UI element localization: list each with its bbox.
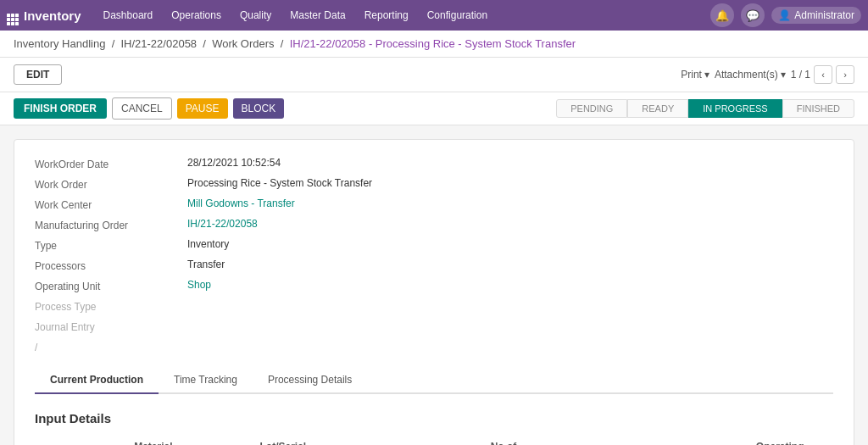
notification-icon[interactable]: 🔔 <box>710 3 734 27</box>
status-finished[interactable]: FINISHED <box>782 99 854 118</box>
edit-button[interactable]: EDIT <box>14 64 62 85</box>
value-work-order: Processing Rice - System Stock Transfer <box>187 177 372 191</box>
label-process-type: Process Type <box>35 299 187 313</box>
print-button[interactable]: Print ▾ <box>681 69 709 81</box>
form-row-work-center: Work Center Mill Godowns - Transfer <box>35 197 833 211</box>
tab-current-production[interactable]: Current Production <box>35 367 159 394</box>
label-journal-entry: Journal Entry <box>35 320 187 333</box>
form-card: WorkOrder Date 28/12/2021 10:52:54 Work … <box>14 139 854 445</box>
col-source: Source <box>205 436 253 445</box>
attachment-dropdown-icon: ▾ <box>781 69 786 81</box>
label-manufacturing-order: Manufacturing Order <box>35 218 187 231</box>
input-details-section: Input Details # Product Material Type So… <box>35 411 833 445</box>
breadcrumb-work-orders[interactable]: Work Orders <box>212 37 274 50</box>
admin-label: Administrator <box>794 9 854 21</box>
nav-item-reporting[interactable]: Reporting <box>356 6 417 25</box>
status-steps: PENDING READY IN PROGRESS FINISHED <box>556 99 854 118</box>
prev-page-button[interactable]: ‹ <box>814 65 832 84</box>
value-manufacturing-order[interactable]: IH/21-22/02058 <box>187 218 258 231</box>
col-nos: Nos <box>450 436 483 445</box>
status-pending[interactable]: PENDING <box>556 99 627 118</box>
form-row-type: Type Inventory <box>35 238 833 252</box>
nav-menu: Dashboard Operations Quality Master Data… <box>95 6 711 25</box>
form-row-work-order: Work Order Processing Rice - System Stoc… <box>35 177 833 191</box>
value-processors: Transfer <box>187 259 225 272</box>
action-bar: EDIT Print ▾ Attachment(s) ▾ 1 / 1 ‹ › <box>0 58 868 92</box>
form-row-slash: / <box>35 340 833 353</box>
col-lot-serial: Lot/Serial Number <box>253 436 354 445</box>
form-row-manufacturing-order: Manufacturing Order IH/21-22/02058 <box>35 218 833 231</box>
print-label: Print <box>681 69 702 81</box>
chat-icon[interactable]: 💬 <box>741 3 765 27</box>
admin-menu[interactable]: 👤 Administrator <box>771 7 861 24</box>
user-avatar-icon: 👤 <box>778 9 791 21</box>
form-row-operating-unit: Operating Unit Shop <box>35 279 833 292</box>
form-row-workorder-date: WorkOrder Date 28/12/2021 10:52:54 <box>35 157 833 170</box>
top-navigation: Inventory Dashboard Operations Quality M… <box>0 0 868 31</box>
breadcrumb: Inventory Handling / IH/21-22/02058 / Wo… <box>0 31 868 58</box>
next-page-button[interactable]: › <box>836 65 854 84</box>
value-operating-unit[interactable]: Shop <box>187 279 211 292</box>
label-type: Type <box>35 238 187 252</box>
breadcrumb-inventory-handling[interactable]: Inventory Handling <box>14 37 105 50</box>
form-row-journal-entry: Journal Entry <box>35 320 833 333</box>
col-num: # <box>35 436 54 445</box>
col-uom: UOM <box>605 436 651 445</box>
input-details-title: Input Details <box>35 411 833 426</box>
value-work-center[interactable]: Mill Godowns - Transfer <box>187 197 295 211</box>
input-details-table: # Product Material Type Source Lot/Seria… <box>35 436 833 445</box>
pause-button[interactable]: PAUSE <box>177 98 228 119</box>
nav-item-operations[interactable]: Operations <box>163 6 230 25</box>
nav-right: 🔔 💬 👤 Administrator <box>710 3 861 27</box>
form-row-process-type: Process Type <box>35 299 833 313</box>
breadcrumb-current: IH/21-22/02058 - Processing Rice - Syste… <box>290 37 576 50</box>
tab-processing-details[interactable]: Processing Details <box>253 367 367 394</box>
grid-icon <box>7 5 19 25</box>
nav-item-quality[interactable]: Quality <box>231 6 280 25</box>
label-work-center: Work Center <box>35 197 187 211</box>
col-no-bags: No.of Bags <box>484 436 551 445</box>
page-info: 1 / 1 <box>791 69 810 81</box>
breadcrumb-ih-number[interactable]: IH/21-22/02058 <box>120 37 197 50</box>
attachment-button[interactable]: Attachment(s) ▾ <box>715 69 786 81</box>
col-rate: Rate <box>651 436 696 445</box>
col-operating-unit: Operating Unit <box>749 436 833 445</box>
nav-item-configuration[interactable]: Configuration <box>419 6 496 25</box>
label-workorder-date: WorkOrder Date <box>35 157 187 170</box>
block-button[interactable]: BLOCK <box>233 98 285 119</box>
status-bar: FINISH ORDER CANCEL PAUSE BLOCK PENDING … <box>0 92 868 125</box>
tab-time-tracking[interactable]: Time Tracking <box>159 367 253 394</box>
col-sublot-ref: SublotRef. <box>353 436 450 445</box>
attachment-label: Attachment(s) <box>715 69 778 81</box>
label-slash: / <box>35 340 187 353</box>
status-in-progress[interactable]: IN PROGRESS <box>688 99 782 118</box>
col-quantity: Quantity <box>551 436 606 445</box>
nav-item-dashboard[interactable]: Dashboard <box>95 6 162 25</box>
col-value: Value <box>696 436 749 445</box>
main-content: WorkOrder Date 28/12/2021 10:52:54 Work … <box>0 125 868 445</box>
tabs-bar: Current Production Time Tracking Process… <box>35 367 833 394</box>
finish-order-button[interactable]: FINISH ORDER <box>14 98 107 119</box>
col-product: Product <box>54 436 128 445</box>
print-dropdown-icon: ▾ <box>704 69 709 81</box>
label-processors: Processors <box>35 259 187 272</box>
form-row-processors: Processors Transfer <box>35 259 833 272</box>
status-ready[interactable]: READY <box>627 99 688 118</box>
page-navigation: 1 / 1 ‹ › <box>791 65 854 84</box>
label-operating-unit: Operating Unit <box>35 279 187 292</box>
app-title: Inventory <box>24 8 81 23</box>
label-work-order: Work Order <box>35 177 187 191</box>
value-type: Inventory <box>187 238 229 252</box>
col-material-type: Material Type <box>127 436 205 445</box>
app-logo[interactable]: Inventory <box>7 5 81 25</box>
nav-item-master-data[interactable]: Master Data <box>281 6 353 25</box>
value-workorder-date: 28/12/2021 10:52:54 <box>187 157 281 170</box>
cancel-button[interactable]: CANCEL <box>112 97 172 120</box>
